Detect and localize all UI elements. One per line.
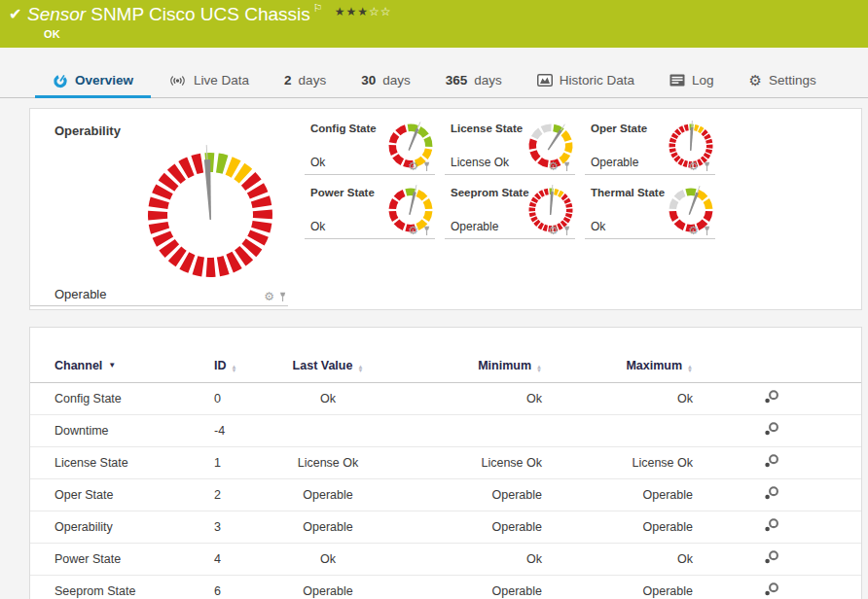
- cell-minimum: [386, 415, 552, 447]
- tab-historic-data[interactable]: Historic Data: [520, 63, 652, 97]
- gauge-cell-license-state: License StateLicense Ok⚙: [443, 116, 583, 180]
- channel-settings-icon[interactable]: [763, 517, 780, 533]
- cell-maximum: Operable: [552, 479, 703, 511]
- gauge-cell-actions: ⚙: [688, 160, 711, 172]
- gauge-cell-operability: Operability Operable ⚙: [30, 109, 303, 309]
- cell-channel: Config State: [30, 383, 208, 415]
- channel-settings-icon[interactable]: [763, 581, 780, 597]
- cell-id: 6: [208, 576, 270, 599]
- column-header-minimum[interactable]: Minimum▲▼: [386, 353, 552, 383]
- tab-overview[interactable]: Overview: [35, 63, 151, 97]
- gauge-title: Thermal State: [591, 187, 665, 198]
- table-row: Seeprom State6OperableOperableOperable: [30, 576, 861, 599]
- cell-id: 3: [208, 511, 270, 544]
- status-badge: OK: [44, 28, 60, 40]
- pin-icon[interactable]: [703, 226, 711, 236]
- small-gauge-grid: Config StateOk⚙License StateLicense Ok⚙O…: [303, 109, 861, 309]
- tab-live-data[interactable]: Live Data: [151, 63, 267, 97]
- tab-label: Live Data: [194, 73, 249, 88]
- divider: [305, 238, 435, 239]
- tab-settings[interactable]: ⚙Settings: [732, 63, 834, 97]
- pin-icon[interactable]: [422, 226, 431, 236]
- sort-desc-icon: ▼: [108, 361, 116, 370]
- gear-icon[interactable]: ⚙: [408, 225, 418, 236]
- table-row: Operability3OperableOperableOperable: [30, 511, 861, 544]
- gear-icon[interactable]: ⚙: [408, 160, 418, 172]
- tab-label: days: [299, 73, 327, 88]
- star-filled-icon[interactable]: ★: [357, 5, 369, 18]
- gauge-cell-oper-state: Oper StateOperable⚙: [583, 116, 723, 180]
- pin-icon[interactable]: [562, 226, 571, 236]
- cell-maximum: Operable: [552, 576, 703, 599]
- divider: [585, 174, 715, 175]
- cell-id: 1: [208, 447, 270, 479]
- priority-stars[interactable]: ★★★☆☆: [335, 5, 392, 18]
- sort-toggle-icon: ▲▼: [536, 365, 542, 372]
- gear-icon[interactable]: ⚙: [688, 225, 699, 236]
- tab-label: Log: [692, 73, 714, 88]
- star-filled-icon[interactable]: ★: [345, 5, 357, 18]
- divider: [445, 174, 575, 175]
- status-check-icon: ✔: [9, 5, 21, 23]
- pin-icon[interactable]: [562, 161, 571, 172]
- cell-maximum: Ok: [552, 544, 703, 576]
- channel-settings-icon[interactable]: [763, 485, 780, 501]
- cell-actions: [703, 447, 861, 479]
- gear-icon[interactable]: ⚙: [264, 291, 274, 302]
- flag-icon[interactable]: ⚐: [313, 2, 323, 14]
- gear-icon[interactable]: ⚙: [548, 225, 559, 236]
- tab-bar: OverviewLive Data2days30days365daysHisto…: [0, 63, 868, 98]
- sort-toggle-icon: ▲▼: [687, 365, 693, 372]
- gauge-value: Operable: [591, 156, 638, 169]
- channel-settings-icon[interactable]: [763, 421, 780, 437]
- tab-365-days[interactable]: 365days: [428, 63, 520, 97]
- star-empty-icon[interactable]: ☆: [369, 5, 380, 18]
- channel-settings-icon[interactable]: [763, 389, 780, 405]
- cell-last-value: Operable: [270, 511, 386, 544]
- table-row: Downtime-4: [30, 415, 861, 447]
- column-header-id[interactable]: ID▲▼: [208, 353, 270, 383]
- table-row: Config State0OkOkOk: [30, 383, 861, 415]
- tab-label: days: [474, 73, 502, 88]
- channel-settings-icon[interactable]: [763, 453, 780, 469]
- gauge-cell-thermal-state: Thermal StateOk⚙: [583, 180, 723, 244]
- pin-icon[interactable]: [278, 292, 287, 302]
- cell-minimum: Operable: [386, 479, 552, 511]
- cell-last-value: Ok: [270, 544, 386, 576]
- gauge-cell-actions: ⚙: [688, 225, 711, 236]
- star-filled-icon[interactable]: ★: [335, 5, 346, 18]
- cell-actions: [703, 576, 861, 599]
- channel-settings-icon[interactable]: [763, 549, 780, 565]
- tab-30-days[interactable]: 30days: [344, 63, 428, 97]
- sensor-kind-label: Sensor: [27, 4, 90, 24]
- column-header-channel[interactable]: Channel▼: [30, 353, 208, 383]
- gear-icon[interactable]: ⚙: [548, 160, 559, 172]
- sensor-name: SNMP Cisco UCS Chassis: [90, 4, 310, 24]
- divider: [30, 305, 288, 306]
- tab-log[interactable]: Log: [652, 63, 732, 97]
- gauge-title: Config State: [310, 123, 377, 134]
- prtg-sensor-page: ✔ SensorSNMP Cisco UCS Chassis⚐★★★☆☆ OK …: [0, 0, 868, 599]
- gauge-cell-config-state: Config StateOk⚙: [303, 116, 443, 180]
- gauge-cell-actions: ⚙: [264, 291, 287, 302]
- cell-last-value: License Ok: [270, 447, 386, 479]
- cell-maximum: [552, 415, 703, 447]
- table-row: Power State4OkOkOk: [30, 544, 861, 576]
- cell-actions: [703, 383, 861, 415]
- star-empty-icon[interactable]: ☆: [380, 5, 392, 18]
- gauge-title: Operability: [54, 123, 121, 138]
- tab-label: days: [382, 73, 411, 88]
- gauges-panel: Operability Operable ⚙ Config StateOk⚙Li…: [29, 108, 862, 310]
- pin-icon[interactable]: [422, 161, 431, 172]
- gear-icon[interactable]: ⚙: [688, 160, 699, 172]
- cell-last-value: [270, 415, 386, 447]
- column-header-last-value[interactable]: Last Value▲▼: [270, 353, 386, 383]
- chart-icon: [537, 74, 553, 87]
- table-row: License State1License OkLicense OkLicens…: [30, 447, 861, 479]
- cell-channel: Oper State: [30, 479, 208, 511]
- tab-label: Overview: [75, 73, 133, 88]
- pin-icon[interactable]: [703, 161, 711, 172]
- cell-id: 2: [208, 479, 270, 511]
- tab-2-days[interactable]: 2days: [267, 63, 344, 97]
- column-header-maximum[interactable]: Maximum▲▼: [552, 353, 703, 383]
